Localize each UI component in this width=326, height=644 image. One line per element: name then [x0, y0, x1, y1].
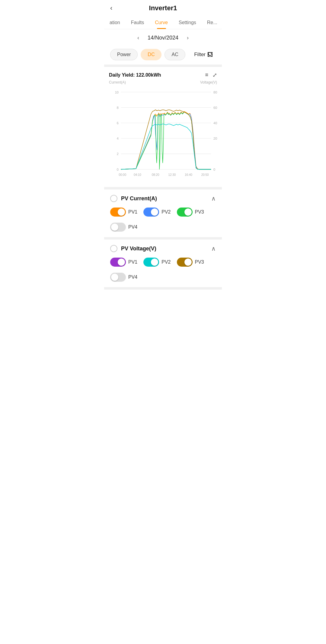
tab-curve[interactable]: Curve	[149, 16, 173, 29]
pv-current-items: PV1 PV2 PV3 PV4	[110, 208, 216, 232]
date-next-button[interactable]: ›	[184, 33, 191, 42]
pv-current-pv3-toggle[interactable]	[177, 208, 193, 217]
pv-current-title: PV Current(A)	[121, 195, 157, 202]
tab-faults[interactable]: Faults	[126, 16, 150, 29]
pv-voltage-pv4-item: PV4	[110, 273, 137, 282]
svg-text:4: 4	[117, 137, 119, 140]
chart-canvas: 10 8 6 4 2 0 800 600 400 200 0 00:00 04:…	[109, 86, 217, 182]
svg-text:200: 200	[213, 137, 217, 140]
legend-section: PV Current(A) ∧ PV1 PV2	[104, 187, 222, 290]
right-axis-label: Voltage(V)	[200, 80, 217, 84]
svg-text:20:50: 20:50	[201, 173, 209, 176]
pv-voltage-collapse-button[interactable]: ∧	[211, 245, 216, 252]
dc-button[interactable]: DC	[141, 49, 161, 60]
date-navigation: ‹ 14/Nov/2024 ›	[104, 29, 222, 46]
pv-voltage-pv1-item: PV1	[110, 258, 137, 267]
pv-current-pv2-toggle[interactable]	[143, 208, 159, 217]
chart-section: Daily Yield: 122.00kWh ≡ ⤢ Current(A) Vo…	[104, 65, 222, 182]
pv-voltage-header: PV Voltage(V) ∧	[110, 245, 216, 252]
filter-button[interactable]: Filter ⛾	[191, 50, 216, 60]
chart-axis-labels: Current(A) Voltage(V)	[109, 80, 217, 84]
svg-text:12:30: 12:30	[168, 173, 176, 176]
pv-voltage-items: PV1 PV2 PV3 PV4	[110, 258, 216, 282]
pv-current-pv4-item: PV4	[110, 223, 137, 232]
svg-text:400: 400	[213, 121, 217, 125]
pv-current-pv3-item: PV3	[177, 208, 204, 217]
pv-voltage-pv1-toggle[interactable]	[110, 258, 126, 267]
daily-yield-label: Daily Yield: 122.00kWh	[109, 72, 161, 78]
header: ‹ Inverter1	[104, 0, 222, 16]
pv-voltage-pv4-toggle[interactable]	[110, 273, 126, 282]
svg-text:10: 10	[115, 90, 119, 94]
svg-text:0: 0	[117, 167, 119, 171]
date-prev-button[interactable]: ‹	[135, 33, 142, 42]
svg-text:00:00: 00:00	[119, 173, 126, 176]
tab-remote[interactable]: Re...	[202, 16, 222, 29]
pv-voltage-pv3-toggle[interactable]	[177, 258, 193, 267]
chart-header: Daily Yield: 122.00kWh ≡ ⤢	[109, 72, 217, 78]
svg-text:600: 600	[213, 106, 217, 109]
pv-current-header: PV Current(A) ∧	[110, 195, 216, 202]
pv-current-pv1-item: PV1	[110, 208, 137, 217]
svg-text:2: 2	[117, 152, 119, 156]
pv-voltage-pv2-label: PV2	[161, 259, 171, 265]
svg-text:6: 6	[117, 121, 119, 125]
filter-label: Filter	[194, 52, 206, 58]
pv-current-pv1-label: PV1	[128, 209, 137, 215]
svg-text:0: 0	[213, 167, 215, 171]
pv-current-pv2-item: PV2	[143, 208, 171, 217]
current-date: 14/Nov/2024	[148, 35, 178, 41]
chart-actions: ≡ ⤢	[205, 72, 217, 78]
svg-text:16:40: 16:40	[185, 173, 192, 176]
pv-voltage-pv4-label: PV4	[128, 274, 137, 280]
svg-text:8: 8	[117, 106, 119, 109]
back-button[interactable]: ‹	[110, 4, 112, 12]
tab-information[interactable]: ation	[104, 16, 126, 29]
chart-expand-button[interactable]: ⤢	[213, 72, 217, 78]
pv-current-left: PV Current(A)	[110, 195, 157, 202]
pv-current-pv2-label: PV2	[161, 209, 171, 215]
page-title: Inverter1	[149, 4, 177, 12]
pv-voltage-pv3-label: PV3	[195, 259, 204, 265]
pv-current-pv3-label: PV3	[195, 209, 204, 215]
pv-voltage-title: PV Voltage(V)	[121, 246, 156, 252]
svg-text:800: 800	[213, 90, 217, 94]
pv-voltage-pv2-item: PV2	[143, 258, 171, 267]
tab-settings[interactable]: Settings	[173, 16, 202, 29]
filter-icon: ⛾	[207, 52, 213, 58]
pv-current-group: PV Current(A) ∧ PV1 PV2	[104, 189, 222, 240]
pv-current-pv4-toggle[interactable]	[110, 223, 126, 232]
ac-button[interactable]: AC	[165, 49, 185, 60]
pv-voltage-group: PV Voltage(V) ∧ PV1 PV2	[104, 240, 222, 290]
controls-bar: Power DC AC Filter ⛾	[104, 46, 222, 65]
pv-current-pv1-toggle[interactable]	[110, 208, 126, 217]
tabs-bar: ation Faults Curve Settings Re...	[104, 16, 222, 29]
svg-text:08:20: 08:20	[152, 173, 159, 176]
chart-menu-button[interactable]: ≡	[205, 72, 208, 78]
left-axis-label: Current(A)	[109, 80, 126, 84]
pv-voltage-pv3-item: PV3	[177, 258, 204, 267]
pv-voltage-left: PV Voltage(V)	[110, 245, 156, 252]
pv-current-pv4-label: PV4	[128, 224, 137, 230]
chart-svg: 10 8 6 4 2 0 800 600 400 200 0 00:00 04:…	[109, 86, 217, 182]
pv-voltage-circle[interactable]	[110, 245, 117, 252]
power-button[interactable]: Power	[110, 49, 138, 60]
pv-voltage-pv1-label: PV1	[128, 259, 137, 265]
pv-current-collapse-button[interactable]: ∧	[211, 195, 216, 202]
pv-voltage-pv2-toggle[interactable]	[143, 258, 159, 267]
pv-current-circle[interactable]	[110, 195, 117, 202]
svg-text:04:10: 04:10	[134, 173, 141, 176]
